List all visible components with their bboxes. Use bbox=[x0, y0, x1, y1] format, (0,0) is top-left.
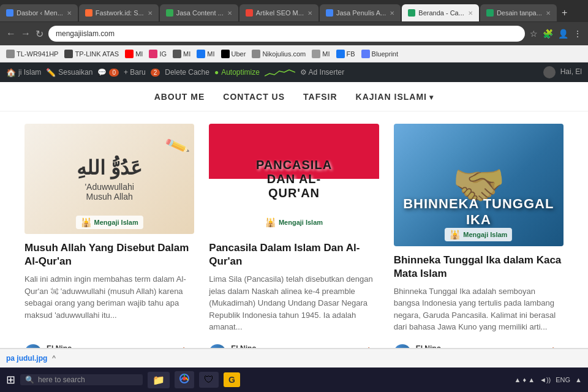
bookmark-icon-fb-mi bbox=[197, 50, 205, 58]
tab-7[interactable]: Desain tanpa... ✕ bbox=[480, 4, 557, 21]
windows-start-icon[interactable]: ⊞ bbox=[6, 373, 15, 386]
nav-tafsir[interactable]: TAFSIR bbox=[303, 92, 337, 102]
graph-icon bbox=[265, 67, 295, 77]
tab-close-7[interactable]: ✕ bbox=[546, 10, 551, 17]
language-indicator: ENG bbox=[556, 376, 570, 383]
arabic-text: عَدُوُّ اللهِ bbox=[77, 156, 142, 179]
nav-contact-us[interactable]: CONTACT US bbox=[223, 92, 285, 102]
reload-button[interactable]: ↻ bbox=[36, 28, 43, 40]
article-excerpt-1: Kali ini admin ingin membahas term dalam… bbox=[24, 273, 194, 321]
brand-overlay-3: 🕌 Mengaji Islam bbox=[445, 228, 512, 241]
wp-delete-cache[interactable]: Delete Cache bbox=[165, 68, 209, 77]
wp-autoptimize[interactable]: ● Autoptimize bbox=[214, 68, 260, 77]
taskbar-chrome[interactable] bbox=[175, 371, 194, 388]
bookmark-nikojulius[interactable]: Nikojulius.com bbox=[252, 50, 306, 58]
mosque-icon-2: 🕌 bbox=[265, 217, 276, 227]
wp-comments[interactable]: 💬 0 bbox=[97, 68, 119, 77]
article-excerpt-2: Lima Sila (Pancasila) telah disebutkan d… bbox=[209, 273, 379, 333]
tab-close-4[interactable]: ✕ bbox=[307, 10, 312, 17]
bookmark-icon-facebook bbox=[336, 50, 345, 58]
bookmark-star-icon[interactable]: ☆ bbox=[530, 29, 538, 39]
wp-new[interactable]: + Baru bbox=[124, 68, 146, 77]
bookmark-mi-fb[interactable]: MI bbox=[197, 50, 214, 58]
nav-kajian-islami[interactable]: KAJIAN ISLAMI bbox=[356, 92, 434, 102]
wp-badge-2: 2 bbox=[151, 69, 160, 77]
tab-label-6: Beranda - Ca... bbox=[418, 9, 464, 17]
wp-ad-inserter[interactable]: ⚙ Ad Inserter bbox=[300, 68, 344, 77]
bookmark-uber[interactable]: Uber bbox=[221, 50, 246, 58]
search-bar[interactable]: 🔍 here to search bbox=[20, 374, 143, 385]
svg-line-4 bbox=[181, 378, 183, 381]
wp-number-badge[interactable]: 2 bbox=[151, 69, 160, 77]
tab-close-5[interactable]: ✕ bbox=[390, 10, 394, 17]
bookmark-mi-3[interactable]: MI bbox=[312, 50, 330, 58]
tab-close-1[interactable]: ✕ bbox=[67, 10, 72, 17]
tab-2[interactable]: Fastwork.id: S... ✕ bbox=[79, 4, 159, 21]
tab-favicon-6 bbox=[408, 9, 415, 17]
back-button[interactable]: ← bbox=[6, 28, 16, 39]
article-thumb-1[interactable]: عَدُوُّ اللهِ 'AduwwullahiMusuh Allah ✏️… bbox=[24, 124, 194, 234]
tab-close-6[interactable]: ✕ bbox=[468, 10, 473, 17]
nav-about-me[interactable]: ABOUT ME bbox=[154, 92, 205, 102]
bhinneka-overlay: BHINNEKA TUNGGAL IKA bbox=[394, 196, 564, 228]
tab-1[interactable]: Dasbor ‹ Men... ✕ bbox=[0, 4, 78, 21]
tab-5[interactable]: Jasa Penulis A... ✕ bbox=[320, 4, 401, 21]
menu-icon[interactable]: ⋮ bbox=[573, 29, 582, 39]
clock: ▲ bbox=[575, 376, 582, 383]
new-tab-button[interactable]: + bbox=[562, 7, 567, 18]
volume-icon: ◄)) bbox=[540, 376, 551, 383]
wp-pencil-icon: ✏️ bbox=[46, 68, 56, 77]
tab-favicon-5 bbox=[326, 9, 333, 17]
wp-autoptimize-graph[interactable] bbox=[265, 67, 295, 77]
bookmark-mi-2[interactable]: MI bbox=[173, 50, 190, 58]
brand-overlay-2: 🕌 Mengaji Islam bbox=[260, 216, 328, 229]
tab-3[interactable]: Jasa Content ... ✕ bbox=[160, 4, 238, 21]
article-title-2[interactable]: Pancasila Dalam Islam Dan Al-Qur'an bbox=[209, 241, 379, 268]
tab-favicon-1 bbox=[6, 9, 13, 17]
tab-favicon-3 bbox=[166, 9, 173, 17]
article-thumb-3[interactable]: 🤝 BHINNEKA TUNGGAL IKA 🕌 Mengaji Islam bbox=[394, 124, 564, 246]
tray-icons: ▲ ♦ ▲ bbox=[514, 376, 535, 383]
bookmark-tplink[interactable]: TP-LINK ATAS bbox=[64, 50, 119, 58]
tab-6[interactable]: Beranda - Ca... ✕ bbox=[402, 4, 479, 21]
pencil-icon: ✏️ bbox=[164, 133, 191, 159]
bookmark-blueprint[interactable]: Blueprint bbox=[361, 50, 398, 58]
bookmark-tlwr[interactable]: TL-WR941HP bbox=[6, 50, 58, 58]
article-thumb-2[interactable]: PANCASILA DAN AL-QUR'AN 🕌 Mengaji Islam bbox=[209, 124, 379, 234]
mosque-icon-1: 🕌 bbox=[81, 217, 91, 227]
bookmark-icon-uber bbox=[221, 50, 230, 58]
wp-avatar-icon bbox=[543, 66, 556, 78]
article-title-3[interactable]: Bhinneka Tunggal Ika dalam Kaca Mata Isl… bbox=[394, 254, 564, 281]
wp-customize[interactable]: ✏️ Sesuaikan bbox=[46, 68, 92, 77]
nav-menu: ABOUT ME CONTACT US TAFSIR KAJIAN ISLAMI bbox=[154, 92, 434, 102]
bookmark-icon-instagram bbox=[149, 50, 157, 58]
forward-button[interactable]: → bbox=[21, 28, 31, 39]
bookmark-icon-tplink bbox=[64, 50, 73, 58]
site-navigation: ABOUT ME CONTACT US TAFSIR KAJIAN ISLAMI bbox=[0, 82, 588, 111]
article-card-2: PANCASILA DAN AL-QUR'AN 🕌 Mengaji Islam … bbox=[209, 124, 379, 361]
mosque-icon-3: 🕌 bbox=[450, 230, 460, 239]
taskbar-system-tray: ▲ ♦ ▲ ◄)) ENG ▲ bbox=[514, 376, 582, 383]
tab-close-3[interactable]: ✕ bbox=[227, 10, 232, 17]
url-input[interactable] bbox=[48, 26, 525, 42]
article-title-1[interactable]: Musuh Allah Yang Disebut Dalam Al-Qur'an bbox=[24, 241, 194, 268]
extensions-icon[interactable]: 🧩 bbox=[543, 29, 553, 39]
taskbar-file-explorer[interactable]: 📁 bbox=[148, 372, 170, 388]
address-bar: ← → ↻ ☆ 🧩 👤 ⋮ bbox=[0, 22, 588, 45]
wp-user-greeting: Hai, El bbox=[543, 66, 582, 78]
download-chevron[interactable]: ^ bbox=[52, 354, 56, 363]
taskbar-shield[interactable]: 🛡 bbox=[199, 372, 219, 388]
wp-site-name[interactable]: 🏠 ji Islam bbox=[6, 68, 41, 77]
tab-4[interactable]: Artikel SEO M... ✕ bbox=[239, 4, 318, 21]
pancasila-text-overlay: PANCASILA DAN AL-QUR'AN bbox=[252, 158, 337, 200]
tab-bar: Dasbor ‹ Men... ✕ Fastwork.id: S... ✕ Ja… bbox=[0, 0, 588, 22]
profile-icon[interactable]: 👤 bbox=[558, 29, 568, 39]
bookmark-fb[interactable]: FB bbox=[336, 50, 355, 58]
bookmark-mi-yt[interactable]: MI bbox=[125, 50, 143, 58]
svg-line-3 bbox=[186, 378, 189, 381]
taskbar-g-app[interactable]: G bbox=[224, 372, 240, 387]
tab-close-2[interactable]: ✕ bbox=[148, 10, 153, 17]
bookmark-ig[interactable]: IG bbox=[149, 50, 167, 58]
tab-favicon-4 bbox=[246, 9, 253, 17]
browser-chrome: Dasbor ‹ Men... ✕ Fastwork.id: S... ✕ Ja… bbox=[0, 0, 588, 62]
